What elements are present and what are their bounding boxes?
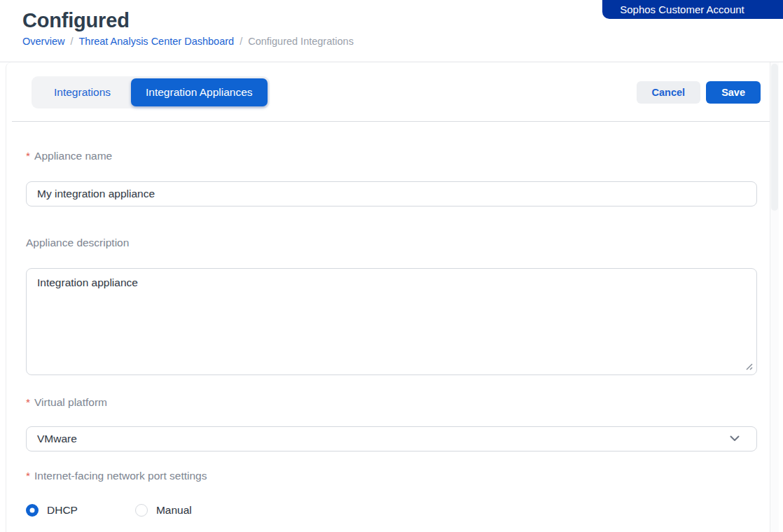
appliance-description-textarea[interactable]: Integration appliance <box>26 268 757 375</box>
radio-manual-label: Manual <box>156 504 192 517</box>
breadcrumb-separator: / <box>70 36 73 47</box>
tab-group: Integrations Integration Appliances <box>32 76 270 108</box>
appliance-name-label: * Appliance name <box>26 150 757 162</box>
appliance-name-input[interactable] <box>26 181 757 206</box>
virtual-platform-select[interactable]: VMware <box>26 426 757 451</box>
content-panel: Integrations Integration Appliances Canc… <box>6 62 770 532</box>
network-port-options: DHCP Manual <box>26 504 757 517</box>
required-marker: * <box>26 150 30 162</box>
chevron-down-icon <box>730 435 740 442</box>
breadcrumb-threat-analysis-center-dashboard[interactable]: Threat Analysis Center Dashboard <box>78 36 234 47</box>
appliance-description-wrap: Integration appliance <box>26 268 757 375</box>
cancel-button[interactable]: Cancel <box>637 81 701 104</box>
account-banner-label: Sophos Customer Account <box>620 4 744 15</box>
virtual-platform-label: * Virtual platform <box>26 396 757 409</box>
save-button[interactable]: Save <box>706 81 761 104</box>
account-banner[interactable]: Sophos Customer Account <box>602 0 783 19</box>
radio-manual-unselected-icon[interactable] <box>135 504 148 517</box>
radio-option-dhcp[interactable]: DHCP <box>26 504 78 517</box>
virtual-platform-value: VMware <box>37 433 77 445</box>
tab-integration-appliances[interactable]: Integration Appliances <box>131 78 268 106</box>
toolbar-actions: Cancel Save <box>637 81 761 104</box>
breadcrumb-configured-integrations: Configured Integrations <box>248 36 354 47</box>
appliance-form: * Appliance name Appliance description I… <box>6 150 770 517</box>
breadcrumb-overview[interactable]: Overview <box>22 36 64 47</box>
breadcrumb: Overview / Threat Analysis Center Dashbo… <box>22 36 783 47</box>
appliance-description-label: Appliance description <box>26 237 757 249</box>
radio-dhcp-selected-icon[interactable] <box>26 504 39 517</box>
required-marker: * <box>26 470 30 482</box>
scrollbar-thumb[interactable] <box>771 64 778 211</box>
tab-integrations[interactable]: Integrations <box>34 78 131 106</box>
radio-dhcp-label: DHCP <box>47 504 78 517</box>
scrollbar-track[interactable] <box>770 62 779 532</box>
toolbar: Integrations Integration Appliances Canc… <box>12 62 770 122</box>
breadcrumb-separator: / <box>240 36 242 47</box>
required-marker: * <box>26 396 30 409</box>
resize-handle-icon[interactable] <box>745 363 753 370</box>
network-port-label: * Internet-facing network port settings <box>26 470 757 482</box>
radio-option-manual[interactable]: Manual <box>135 504 192 517</box>
